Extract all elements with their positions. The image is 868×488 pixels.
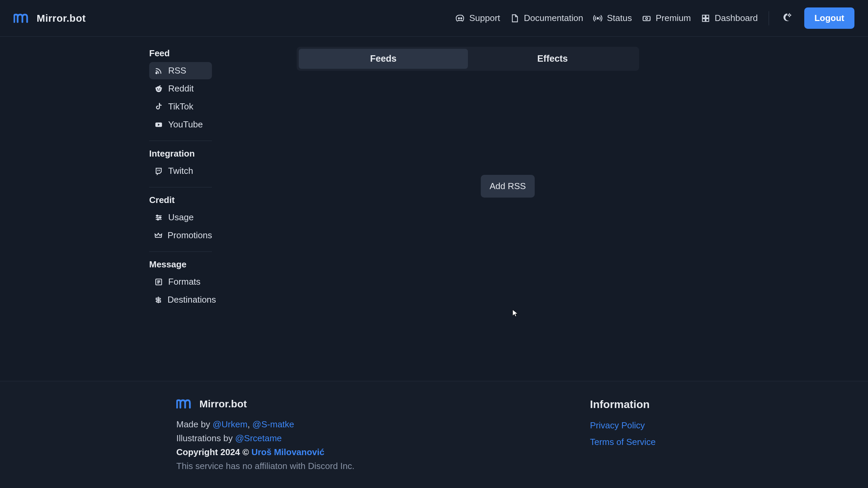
sidebar-item-twitch[interactable]: Twitch xyxy=(149,162,212,180)
svg-point-11 xyxy=(156,86,161,92)
svg-point-15 xyxy=(160,87,162,88)
sidebar-item-formats[interactable]: Formats xyxy=(149,273,212,290)
nav-separator xyxy=(769,11,769,25)
footer-link-tos[interactable]: Terms of Service xyxy=(590,437,656,447)
topbar: Mirror.bot Support Documentation Status … xyxy=(0,0,868,37)
nav-support-label: Support xyxy=(469,13,500,23)
svg-point-13 xyxy=(159,88,160,89)
footer-disclaimer: This service has no affiliaton with Disc… xyxy=(176,461,526,471)
brand-name: Mirror.bot xyxy=(37,13,86,24)
footer-link-urkem[interactable]: @Urkem xyxy=(213,419,248,429)
logout-button-label: Logout xyxy=(814,13,844,23)
svg-point-0 xyxy=(458,18,460,19)
cash-icon xyxy=(642,13,652,23)
footer-brand-name: Mirror.bot xyxy=(199,398,247,410)
file-icon xyxy=(510,13,520,23)
sidebar-item-tiktok[interactable]: TikTok xyxy=(149,98,212,115)
svg-point-4 xyxy=(646,17,648,19)
tiktok-icon xyxy=(154,102,163,111)
sidebar-item-reddit[interactable]: Reddit xyxy=(149,80,212,97)
content-body: Add RSS xyxy=(297,71,719,301)
footer-made-by-sep: , xyxy=(248,419,252,429)
svg-rect-5 xyxy=(702,15,705,18)
brand[interactable]: Mirror.bot xyxy=(14,13,86,24)
footer-link-smatke[interactable]: @S-matke xyxy=(252,419,294,429)
sidebar-heading-integration: Integration xyxy=(149,147,212,162)
sidebar-item-promotions[interactable]: Promotions xyxy=(149,227,212,244)
svg-point-12 xyxy=(157,88,158,89)
tab-feeds[interactable]: Feeds xyxy=(299,49,468,69)
footer-right: Information Privacy Policy Terms of Serv… xyxy=(526,398,656,475)
svg-point-1 xyxy=(461,18,462,19)
logout-button[interactable]: Logout xyxy=(804,7,854,29)
sidebar-item-label: Usage xyxy=(168,212,194,223)
brand-logo-icon xyxy=(14,13,31,23)
sidebar-item-rss[interactable]: RSS xyxy=(149,62,212,79)
footer-link-privacy[interactable]: Privacy Policy xyxy=(590,420,656,431)
tab-effects[interactable]: Effects xyxy=(468,49,637,69)
rss-icon xyxy=(154,66,163,76)
svg-point-14 xyxy=(155,87,157,88)
nav-status-label: Status xyxy=(607,13,632,23)
add-rss-button-label: Add RSS xyxy=(490,181,526,191)
svg-point-19 xyxy=(159,217,161,218)
reddit-icon xyxy=(154,84,163,94)
footer: Mirror.bot Made by @Urkem, @S-matke Illu… xyxy=(0,381,868,488)
svg-point-18 xyxy=(157,215,158,216)
svg-point-2 xyxy=(597,17,599,19)
svg-rect-6 xyxy=(706,15,709,18)
sidebar-divider xyxy=(149,187,212,187)
footer-info-heading: Information xyxy=(590,398,656,411)
sidebar-heading-message: Message xyxy=(149,258,212,273)
theme-toggle[interactable] xyxy=(780,11,795,26)
nav-premium-label: Premium xyxy=(656,13,691,23)
list-box-icon xyxy=(154,277,163,287)
tab-effects-label: Effects xyxy=(537,54,568,64)
sidebar-divider xyxy=(149,141,212,141)
sidebar-heading-credit: Credit xyxy=(149,194,212,209)
brand-logo-icon xyxy=(176,399,193,409)
broadcast-icon xyxy=(593,13,603,23)
sidebar-item-label: RSS xyxy=(168,65,186,76)
sidebar-item-usage[interactable]: Usage xyxy=(149,209,212,226)
sidebar-heading-feed: Feed xyxy=(149,47,212,62)
footer-copyright: Copyright 2024 © Uroš Milovanović xyxy=(176,447,526,458)
footer-copyright-prefix: Copyright 2024 © xyxy=(176,447,251,457)
add-rss-button[interactable]: Add RSS xyxy=(481,175,535,198)
svg-rect-3 xyxy=(643,16,650,21)
nav-support[interactable]: Support xyxy=(455,13,500,23)
footer-illustrations: Illustrations by @Srcetame xyxy=(176,433,526,444)
sidebar: Feed RSS Reddit TikTok xyxy=(0,47,212,381)
sidebar-divider xyxy=(149,251,212,252)
dashboard-icon xyxy=(701,13,711,23)
sidebar-item-label: YouTube xyxy=(168,119,203,130)
footer-made-by-prefix: Made by xyxy=(176,419,213,429)
footer-illustrations-prefix: Illustrations by xyxy=(176,433,235,443)
discord-icon xyxy=(455,13,465,23)
nav-dashboard[interactable]: Dashboard xyxy=(701,13,758,23)
twitch-icon xyxy=(154,166,163,176)
sidebar-item-label: Destinations xyxy=(167,294,216,305)
nav-documentation[interactable]: Documentation xyxy=(510,13,583,23)
main-area: Feed RSS Reddit TikTok xyxy=(0,37,868,381)
footer-brand[interactable]: Mirror.bot xyxy=(176,398,526,410)
nav-documentation-label: Documentation xyxy=(524,13,583,23)
svg-point-9 xyxy=(788,14,790,16)
tab-feeds-label: Feeds xyxy=(370,54,396,64)
footer-link-srcetame[interactable]: @Srcetame xyxy=(235,433,282,443)
sidebar-item-destinations[interactable]: Destinations xyxy=(149,291,212,308)
svg-point-10 xyxy=(156,72,157,74)
tabbar: Feeds Effects xyxy=(297,47,639,71)
footer-link-author[interactable]: Uroš Milovanović xyxy=(251,447,324,457)
sidebar-item-label: TikTok xyxy=(168,101,193,112)
sliders-icon xyxy=(154,213,163,222)
nav-dashboard-label: Dashboard xyxy=(715,13,758,23)
nav-status[interactable]: Status xyxy=(593,13,632,23)
sidebar-item-youtube[interactable]: YouTube xyxy=(149,116,212,133)
top-nav: Support Documentation Status Premium Das… xyxy=(455,7,854,29)
footer-left: Mirror.bot Made by @Urkem, @S-matke Illu… xyxy=(0,398,526,475)
youtube-icon xyxy=(154,120,163,129)
nav-premium[interactable]: Premium xyxy=(642,13,691,23)
sidebar-item-label: Reddit xyxy=(168,83,194,94)
signpost-icon xyxy=(154,295,163,305)
